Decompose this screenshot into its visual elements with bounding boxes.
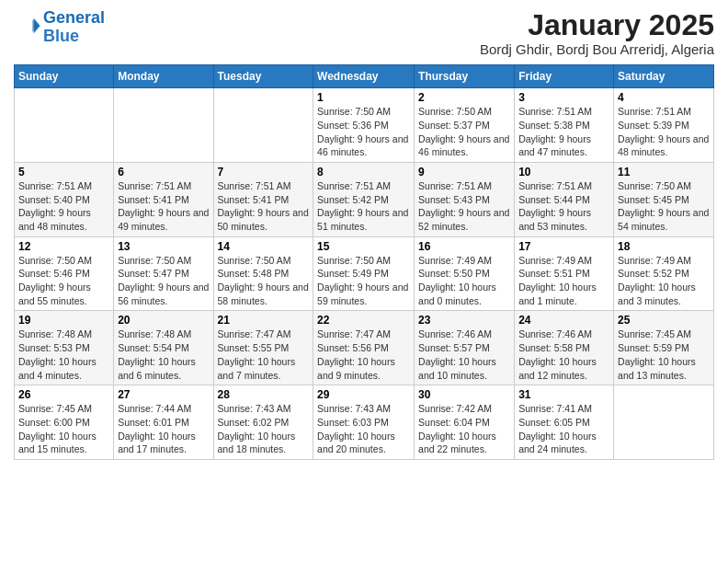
- day-number: 2: [418, 91, 510, 104]
- day-info: Sunrise: 7:51 AM Sunset: 5:41 PM Dayligh…: [218, 179, 310, 234]
- day-info: Sunrise: 7:50 AM Sunset: 5:37 PM Dayligh…: [418, 105, 510, 159]
- day-number: 29: [317, 388, 410, 401]
- day-info: Sunrise: 7:42 AM Sunset: 6:04 PM Dayligh…: [418, 402, 510, 456]
- calendar-cell: [15, 88, 114, 163]
- day-number: 23: [418, 314, 510, 327]
- day-header-friday: Friday: [515, 65, 614, 88]
- calendar-cell: [213, 88, 313, 163]
- calendar-cell: 20Sunrise: 7:48 AM Sunset: 5:54 PM Dayli…: [114, 311, 213, 385]
- logo: General Blue: [14, 9, 105, 46]
- day-info: Sunrise: 7:51 AM Sunset: 5:43 PM Dayligh…: [418, 179, 510, 234]
- calendar-cell: 24Sunrise: 7:46 AM Sunset: 5:58 PM Dayli…: [515, 311, 614, 385]
- day-header-saturday: Saturday: [614, 65, 714, 88]
- calendar-cell: [114, 88, 213, 163]
- calendar-cell: 15Sunrise: 7:50 AM Sunset: 5:49 PM Dayli…: [313, 236, 415, 311]
- logo-text: General Blue: [43, 9, 105, 46]
- day-info: Sunrise: 7:49 AM Sunset: 5:52 PM Dayligh…: [618, 254, 710, 308]
- day-info: Sunrise: 7:50 AM Sunset: 5:47 PM Dayligh…: [118, 254, 209, 308]
- day-info: Sunrise: 7:51 AM Sunset: 5:42 PM Dayligh…: [317, 179, 410, 234]
- day-number: 28: [218, 388, 310, 401]
- day-info: Sunrise: 7:41 AM Sunset: 6:05 PM Dayligh…: [518, 402, 609, 456]
- calendar-cell: 6Sunrise: 7:51 AM Sunset: 5:41 PM Daylig…: [114, 162, 213, 236]
- calendar-cell: 1Sunrise: 7:50 AM Sunset: 5:36 PM Daylig…: [313, 88, 415, 163]
- calendar-cell: 12Sunrise: 7:50 AM Sunset: 5:46 PM Dayli…: [15, 236, 114, 311]
- calendar-cell: 2Sunrise: 7:50 AM Sunset: 5:37 PM Daylig…: [415, 88, 515, 163]
- day-header-monday: Monday: [114, 65, 213, 88]
- day-number: 25: [618, 314, 710, 327]
- day-info: Sunrise: 7:47 AM Sunset: 5:56 PM Dayligh…: [317, 327, 410, 382]
- calendar-cell: 3Sunrise: 7:51 AM Sunset: 5:38 PM Daylig…: [515, 88, 614, 163]
- day-info: Sunrise: 7:51 AM Sunset: 5:38 PM Dayligh…: [518, 105, 609, 159]
- day-number: 11: [618, 166, 710, 178]
- calendar-cell: 16Sunrise: 7:49 AM Sunset: 5:50 PM Dayli…: [415, 236, 515, 311]
- day-info: Sunrise: 7:50 AM Sunset: 5:48 PM Dayligh…: [218, 254, 310, 308]
- day-number: 13: [118, 240, 209, 253]
- day-info: Sunrise: 7:48 AM Sunset: 5:54 PM Dayligh…: [118, 327, 209, 382]
- day-info: Sunrise: 7:46 AM Sunset: 5:57 PM Dayligh…: [418, 327, 510, 382]
- days-header-row: SundayMondayTuesdayWednesdayThursdayFrid…: [15, 65, 714, 88]
- calendar-cell: 29Sunrise: 7:43 AM Sunset: 6:03 PM Dayli…: [313, 385, 415, 460]
- day-info: Sunrise: 7:51 AM Sunset: 5:44 PM Dayligh…: [518, 179, 609, 234]
- day-info: Sunrise: 7:43 AM Sunset: 6:03 PM Dayligh…: [317, 402, 410, 456]
- calendar-cell: 14Sunrise: 7:50 AM Sunset: 5:48 PM Dayli…: [213, 236, 313, 311]
- calendar-cell: 8Sunrise: 7:51 AM Sunset: 5:42 PM Daylig…: [313, 162, 415, 236]
- calendar-cell: 27Sunrise: 7:44 AM Sunset: 6:01 PM Dayli…: [114, 385, 213, 460]
- day-info: Sunrise: 7:49 AM Sunset: 5:51 PM Dayligh…: [518, 254, 609, 308]
- day-info: Sunrise: 7:51 AM Sunset: 5:40 PM Dayligh…: [18, 179, 109, 234]
- day-info: Sunrise: 7:51 AM Sunset: 5:41 PM Dayligh…: [118, 179, 209, 234]
- calendar-cell: 28Sunrise: 7:43 AM Sunset: 6:02 PM Dayli…: [213, 385, 313, 460]
- calendar-cell: 17Sunrise: 7:49 AM Sunset: 5:51 PM Dayli…: [515, 236, 614, 311]
- day-info: Sunrise: 7:43 AM Sunset: 6:02 PM Dayligh…: [218, 402, 310, 456]
- day-info: Sunrise: 7:51 AM Sunset: 5:39 PM Dayligh…: [618, 105, 710, 159]
- calendar-cell: 26Sunrise: 7:45 AM Sunset: 6:00 PM Dayli…: [15, 385, 114, 460]
- day-number: 22: [317, 314, 410, 327]
- day-number: 16: [418, 240, 510, 253]
- day-info: Sunrise: 7:50 AM Sunset: 5:46 PM Dayligh…: [18, 254, 109, 308]
- day-number: 3: [518, 91, 609, 104]
- calendar-cell: 25Sunrise: 7:45 AM Sunset: 5:59 PM Dayli…: [614, 311, 714, 385]
- day-number: 1: [317, 91, 410, 104]
- calendar-subtitle: Bordj Ghdir, Bordj Bou Arreridj, Algeria: [480, 41, 714, 57]
- week-row-2: 5Sunrise: 7:51 AM Sunset: 5:40 PM Daylig…: [15, 162, 714, 236]
- calendar-cell: 13Sunrise: 7:50 AM Sunset: 5:47 PM Dayli…: [114, 236, 213, 311]
- calendar-cell: 19Sunrise: 7:48 AM Sunset: 5:53 PM Dayli…: [15, 311, 114, 385]
- day-number: 17: [518, 240, 609, 253]
- calendar-cell: 31Sunrise: 7:41 AM Sunset: 6:05 PM Dayli…: [515, 385, 614, 460]
- calendar-cell: 30Sunrise: 7:42 AM Sunset: 6:04 PM Dayli…: [415, 385, 515, 460]
- day-number: 6: [118, 166, 209, 178]
- day-number: 4: [618, 91, 710, 104]
- day-header-tuesday: Tuesday: [213, 65, 313, 88]
- day-info: Sunrise: 7:48 AM Sunset: 5:53 PM Dayligh…: [18, 327, 109, 382]
- day-number: 20: [118, 314, 209, 327]
- week-row-4: 19Sunrise: 7:48 AM Sunset: 5:53 PM Dayli…: [15, 311, 714, 385]
- calendar-cell: 21Sunrise: 7:47 AM Sunset: 5:55 PM Dayli…: [213, 311, 313, 385]
- week-row-1: 1Sunrise: 7:50 AM Sunset: 5:36 PM Daylig…: [15, 88, 714, 163]
- day-number: 19: [18, 314, 109, 327]
- day-number: 5: [18, 166, 109, 178]
- day-number: 26: [18, 388, 109, 401]
- day-number: 30: [418, 388, 510, 401]
- calendar-cell: 10Sunrise: 7:51 AM Sunset: 5:44 PM Dayli…: [515, 162, 614, 236]
- calendar-cell: 7Sunrise: 7:51 AM Sunset: 5:41 PM Daylig…: [213, 162, 313, 236]
- day-header-sunday: Sunday: [15, 65, 114, 88]
- day-info: Sunrise: 7:44 AM Sunset: 6:01 PM Dayligh…: [118, 402, 209, 456]
- day-info: Sunrise: 7:50 AM Sunset: 5:36 PM Dayligh…: [317, 105, 410, 159]
- day-info: Sunrise: 7:45 AM Sunset: 6:00 PM Dayligh…: [18, 402, 109, 456]
- day-number: 8: [317, 166, 410, 178]
- day-number: 7: [218, 166, 310, 178]
- day-header-thursday: Thursday: [415, 65, 515, 88]
- day-number: 10: [518, 166, 609, 178]
- calendar-cell: 23Sunrise: 7:46 AM Sunset: 5:57 PM Dayli…: [415, 311, 515, 385]
- day-number: 9: [418, 166, 510, 178]
- day-number: 18: [618, 240, 710, 253]
- day-info: Sunrise: 7:47 AM Sunset: 5:55 PM Dayligh…: [218, 327, 310, 382]
- calendar-cell: 9Sunrise: 7:51 AM Sunset: 5:43 PM Daylig…: [415, 162, 515, 236]
- day-number: 21: [218, 314, 310, 327]
- title-block: January 2025 Bordj Ghdir, Bordj Bou Arre…: [480, 9, 714, 57]
- day-info: Sunrise: 7:45 AM Sunset: 5:59 PM Dayligh…: [618, 327, 710, 382]
- calendar-title: January 2025: [480, 9, 714, 41]
- week-row-3: 12Sunrise: 7:50 AM Sunset: 5:46 PM Dayli…: [15, 236, 714, 311]
- calendar-cell: [614, 385, 714, 460]
- day-info: Sunrise: 7:46 AM Sunset: 5:58 PM Dayligh…: [518, 327, 609, 382]
- calendar-cell: 11Sunrise: 7:50 AM Sunset: 5:45 PM Dayli…: [614, 162, 714, 236]
